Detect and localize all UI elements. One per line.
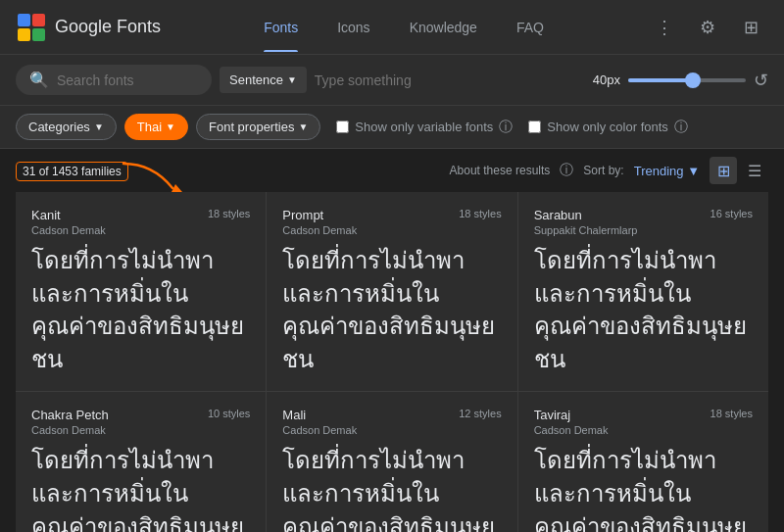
font-card-header: Mali Cadson Demak 12 styles xyxy=(282,408,501,436)
font-card[interactable]: Kanit Cadson Demak 18 styles โดยที่การไม… xyxy=(16,192,266,391)
size-control: 40px xyxy=(593,73,746,87)
view-icons: ⊞ ☰ xyxy=(710,157,768,184)
font-preview: โดยที่การไม่นำพาและการหมิ่นในคุณค่าของสิ… xyxy=(534,444,753,532)
font-name: Kanit xyxy=(31,208,106,222)
search-bar: 🔍 Sentence ▼ 40px ↺ xyxy=(0,55,784,106)
font-designer: Cadson Demak xyxy=(31,224,106,236)
sentence-dropdown-arrow: ▼ xyxy=(287,74,297,85)
search-input-wrap: 🔍 xyxy=(16,65,212,95)
font-name: Mali xyxy=(282,408,357,422)
grid-button[interactable]: ⊞ xyxy=(733,10,768,45)
categories-filter[interactable]: Categories ▼ xyxy=(16,114,117,140)
font-styles: 18 styles xyxy=(459,208,501,219)
sentence-dropdown[interactable]: Sentence ▼ xyxy=(220,67,307,93)
refresh-button[interactable]: ↺ xyxy=(754,70,768,91)
font-info: Prompt Cadson Demak xyxy=(282,208,357,236)
logo-text: Google Fonts xyxy=(55,17,161,37)
font-card-header: Kanit Cadson Demak 18 styles xyxy=(31,208,250,236)
font-info: Chakra Petch Cadson Demak xyxy=(31,408,109,436)
sort-dropdown[interactable]: Trending ▼ xyxy=(634,164,700,178)
nav-icons[interactable]: Icons xyxy=(321,12,385,43)
font-card[interactable]: Sarabun Suppakit Chalermlarp 16 styles โ… xyxy=(518,192,768,391)
font-preview: โดยที่การไม่นำพาและการหมิ่นในคุณค่าของสิ… xyxy=(31,244,250,375)
font-card-header: Chakra Petch Cadson Demak 10 styles xyxy=(31,408,250,436)
font-card[interactable]: Chakra Petch Cadson Demak 10 styles โดยท… xyxy=(16,392,266,532)
font-styles: 12 styles xyxy=(459,408,501,419)
font-styles: 18 styles xyxy=(208,208,250,219)
about-results-text: About these results xyxy=(450,164,551,177)
thai-label: Thai xyxy=(137,120,162,134)
variable-fonts-label: Show only variable fonts xyxy=(355,120,493,134)
font-card-header: Taviraj Cadson Demak 18 styles xyxy=(534,408,753,436)
font-styles: 18 styles xyxy=(710,408,753,419)
color-fonts-group: Show only color fonts ⓘ xyxy=(528,119,688,136)
font-info: Mali Cadson Demak xyxy=(282,408,357,436)
font-properties-filter[interactable]: Font properties ▼ xyxy=(196,114,320,140)
nav-knowledge[interactable]: Knowledge xyxy=(394,12,493,43)
font-card-header: Sarabun Suppakit Chalermlarp 16 styles xyxy=(534,208,753,236)
thai-arrow: ▼ xyxy=(166,121,175,132)
search-icon: 🔍 xyxy=(29,71,49,89)
font-name: Prompt xyxy=(282,208,357,222)
size-slider-thumb[interactable] xyxy=(685,73,701,88)
nav-fonts[interactable]: Fonts xyxy=(248,12,314,43)
settings-button[interactable]: ⚙ xyxy=(690,10,725,45)
font-designer: Cadson Demak xyxy=(534,424,609,436)
results-bar: 31 of 1453 families About these results … xyxy=(0,149,784,192)
more-menu-button[interactable]: ⋮ xyxy=(647,10,682,45)
variable-fonts-checkbox[interactable] xyxy=(336,121,349,133)
color-fonts-checkbox[interactable] xyxy=(528,121,541,133)
font-info: Kanit Cadson Demak xyxy=(31,208,106,236)
color-fonts-info-icon[interactable]: ⓘ xyxy=(674,119,688,136)
font-grid: Kanit Cadson Demak 18 styles โดยที่การไม… xyxy=(16,192,768,532)
logo-area: Google Fonts xyxy=(16,12,161,43)
font-preview: โดยที่การไม่นำพาและการหมิ่นในคุณค่าของสิ… xyxy=(282,444,501,532)
font-designer: Suppakit Chalermlarp xyxy=(534,224,638,236)
header: Google Fonts Fonts Icons Knowledge FAQ ⋮… xyxy=(0,0,784,55)
size-label: 40px xyxy=(593,73,620,87)
font-info: Sarabun Suppakit Chalermlarp xyxy=(534,208,638,236)
font-designer: Cadson Demak xyxy=(282,424,357,436)
font-name: Chakra Petch xyxy=(31,408,109,422)
sort-label-prefix: Sort by: xyxy=(583,164,623,177)
font-card-header: Prompt Cadson Demak 18 styles xyxy=(282,208,501,236)
preview-text-input[interactable] xyxy=(315,67,585,94)
font-designer: Cadson Demak xyxy=(31,424,109,436)
svg-rect-2 xyxy=(18,28,30,41)
font-card[interactable]: Mali Cadson Demak 12 styles โดยที่การไม่… xyxy=(267,392,516,532)
font-card[interactable]: Taviraj Cadson Demak 18 styles โดยที่การ… xyxy=(518,392,768,532)
font-name: Taviraj xyxy=(534,408,609,422)
results-count-area: 31 of 1453 families xyxy=(16,163,128,178)
font-styles: 10 styles xyxy=(208,408,250,419)
size-slider-fill xyxy=(628,78,693,82)
categories-arrow: ▼ xyxy=(94,121,104,132)
font-preview: โดยที่การไม่นำพาและการหมิ่นในคุณค่าของสิ… xyxy=(31,444,250,532)
results-count: 31 of 1453 families xyxy=(16,162,128,181)
results-right: About these results ⓘ Sort by: Trending … xyxy=(450,157,768,184)
header-actions: ⋮ ⚙ ⊞ xyxy=(647,10,768,45)
grid-view-button[interactable]: ⊞ xyxy=(710,157,737,184)
font-styles: 16 styles xyxy=(710,208,753,219)
filter-bar: Categories ▼ Thai ▼ Font properties ▼ Sh… xyxy=(0,106,784,149)
categories-label: Categories xyxy=(28,120,90,134)
size-slider-track xyxy=(628,78,746,82)
font-preview: โดยที่การไม่นำพาและการหมิ่นในคุณค่าของสิ… xyxy=(534,244,753,375)
font-card[interactable]: Prompt Cadson Demak 18 styles โดยที่การไ… xyxy=(267,192,516,391)
font-properties-label: Font properties xyxy=(209,120,294,134)
thai-filter[interactable]: Thai ▼ xyxy=(124,114,188,140)
logo-icon xyxy=(16,12,47,43)
list-view-button[interactable]: ☰ xyxy=(741,157,768,184)
svg-rect-0 xyxy=(18,14,30,26)
variable-fonts-info-icon[interactable]: ⓘ xyxy=(499,119,513,136)
variable-fonts-group: Show only variable fonts ⓘ xyxy=(336,119,513,136)
font-properties-arrow: ▼ xyxy=(298,121,308,132)
sentence-label: Sentence xyxy=(229,73,283,87)
svg-rect-1 xyxy=(32,14,45,26)
color-fonts-label: Show only color fonts xyxy=(547,120,668,134)
about-results-info-icon[interactable]: ⓘ xyxy=(560,162,573,179)
main-nav: Fonts Icons Knowledge FAQ xyxy=(161,12,647,43)
font-preview: โดยที่การไม่นำพาและการหมิ่นในคุณค่าของสิ… xyxy=(282,244,501,375)
nav-faq[interactable]: FAQ xyxy=(501,12,560,43)
font-designer: Cadson Demak xyxy=(282,224,357,236)
search-input[interactable] xyxy=(57,73,184,88)
